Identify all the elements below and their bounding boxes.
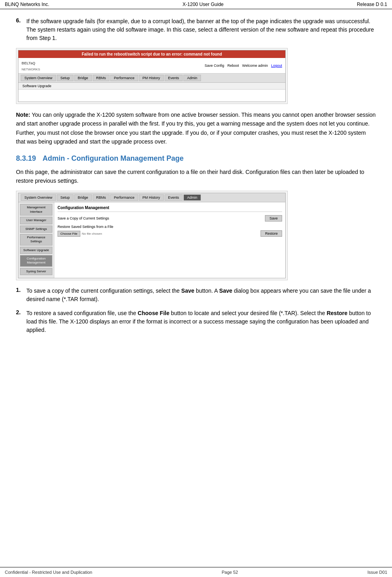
config-extra-space [58, 239, 282, 271]
logo-text: BELTaQ [22, 61, 35, 65]
section-number: 8.3.19 [16, 154, 36, 162]
config-nav-performance: Performance [110, 194, 138, 201]
step-2-text: To restore a saved configuration file, u… [26, 309, 376, 334]
fake-error-ui: Failed to run the reboot/switch script d… [18, 50, 286, 102]
config-nav-admin: Admin [183, 194, 201, 201]
sidebar-management-interface: Management Interface [20, 204, 52, 216]
intro-paragraph: On this page, the administrator can save… [16, 168, 376, 186]
config-page-title: Configuration Management [58, 206, 282, 212]
reboot-link: Reboot [227, 64, 239, 68]
save-button[interactable]: Save [265, 215, 282, 222]
config-main: Configuration Management Save a Copy of … [54, 202, 285, 278]
breadcrumb-text: Software Upgrade [22, 84, 52, 88]
footer-issue: Issue D01 [367, 570, 387, 575]
step-2-restore-bold: Restore [326, 310, 347, 316]
config-screenshot: System Overview Setup Bridge RBMs Perfor… [16, 191, 288, 280]
sidebar-configuration-management: Configuration Management [20, 255, 52, 267]
config-nav-setup: Setup [57, 194, 74, 201]
step-2-mid: button to locate and select your desired… [169, 310, 327, 316]
welcome-text: Welcome admin [242, 64, 268, 68]
sidebar-syslog-server: Syslog Server [20, 268, 52, 275]
nav-system-overview: System Overview [21, 75, 56, 81]
page-footer: Confidential - Restricted Use and Duplic… [0, 567, 392, 577]
config-nav-rbms: RBMs [93, 194, 110, 201]
fake-config-ui: System Overview Setup Bridge RBMs Perfor… [18, 193, 286, 278]
page-header: BLiNQ Networks Inc. X-1200 User Guide Re… [0, 0, 392, 9]
step-6: 6. If the software upgrade fails (for ex… [16, 17, 376, 42]
nav-pm-history: PM History [139, 75, 164, 81]
step-1-save-bold2: Save [219, 288, 233, 294]
step-1-pre: To save a copy of the current configurat… [26, 288, 181, 294]
sidebar-software-upgrade: Software Upgrade [20, 247, 52, 254]
error-banner: Failed to run the reboot/switch script d… [18, 50, 285, 58]
config-nav: System Overview Setup Bridge RBMs Perfor… [18, 193, 285, 202]
step-2-choose-bold: Choose File [138, 310, 169, 316]
error-breadcrumb: Software Upgrade [18, 83, 285, 90]
logout-link[interactable]: Logout [271, 64, 282, 68]
logo-bar: BELTaQ NETWORKS Save Config Reboot Welco… [18, 58, 285, 74]
step-1-number: 1. [16, 287, 24, 303]
header-company: BLiNQ Networks Inc. [5, 2, 49, 7]
footer-page: Page 52 [222, 570, 238, 575]
nav-events: Events [165, 75, 183, 81]
fake-logo: BELTaQ NETWORKS [22, 60, 40, 72]
step-6-text: If the software upgrade fails (for examp… [26, 17, 376, 42]
step-1-text: To save a copy of the current configurat… [26, 287, 376, 303]
logo-sub: NETWORKS [22, 68, 40, 71]
nav-performance: Performance [110, 75, 138, 81]
error-screenshot: Failed to run the reboot/switch script d… [16, 48, 288, 104]
topbar-links: Save Config Reboot Welcome admin Logout [205, 64, 282, 68]
config-nav-events: Events [165, 194, 183, 201]
restore-button[interactable]: Restore [261, 230, 282, 237]
step-1: 1. To save a copy of the current configu… [16, 287, 376, 303]
file-row: Choose File No file chosen Restore [58, 230, 282, 237]
sidebar-snmp-settings: SNMP Settings [20, 226, 52, 233]
note-block: Note: You can only upgrade the X-1200 sy… [16, 110, 376, 146]
header-release: Release D 0.1 [357, 2, 387, 7]
main-content: 6. If the software upgrade fails (for ex… [0, 9, 392, 364]
save-copy-label: Save a Copy of Current Settings [58, 216, 262, 220]
step-2-number: 2. [16, 309, 24, 334]
save-config-link: Save Config [205, 64, 224, 68]
nav-bridge: Bridge [74, 75, 92, 81]
nav-rbms: RBMs [93, 75, 110, 81]
save-row: Save a Copy of Current Settings Save [58, 215, 282, 222]
choose-file-button[interactable]: Choose File [58, 231, 80, 237]
config-body: Management Interface User Manager SNMP S… [18, 202, 285, 278]
error-ui-nav: System Overview Setup Bridge RBMs Perfor… [18, 74, 285, 83]
header-title: X-1200 User Guide [183, 2, 224, 7]
sidebar-user-manager: User Manager [20, 217, 52, 224]
nav-setup: Setup [57, 75, 74, 81]
step-1-mid: button. A [194, 288, 219, 294]
step-1-save-bold: Save [181, 288, 195, 294]
section-heading: 8.3.19 Admin - Configuration Management … [16, 154, 376, 163]
sidebar-performance-settings: Performance Settings [20, 234, 52, 246]
config-nav-bridge: Bridge [74, 194, 92, 201]
config-nav-system-overview: System Overview [21, 194, 56, 201]
restore-label: Restore Saved Settings from a File [58, 225, 282, 229]
step-2: 2. To restore a saved configuration file… [16, 309, 376, 334]
step-6-number: 6. [16, 17, 24, 42]
footer-confidential: Confidential - Restricted Use and Duplic… [5, 570, 92, 575]
no-file-text: No file chosen [82, 232, 102, 236]
note-content: You can only upgrade the X-1200 system s… [16, 112, 376, 145]
step-2-pre: To restore a saved configuration file, u… [26, 310, 138, 316]
nav-admin: Admin [183, 75, 201, 81]
config-sidebar: Management Interface User Manager SNMP S… [18, 202, 54, 278]
config-nav-pm-history: PM History [139, 194, 164, 201]
note-label: Note: [16, 112, 30, 118]
error-content-area [18, 90, 285, 102]
section-title: Admin - Configuration Management Page [42, 154, 183, 162]
